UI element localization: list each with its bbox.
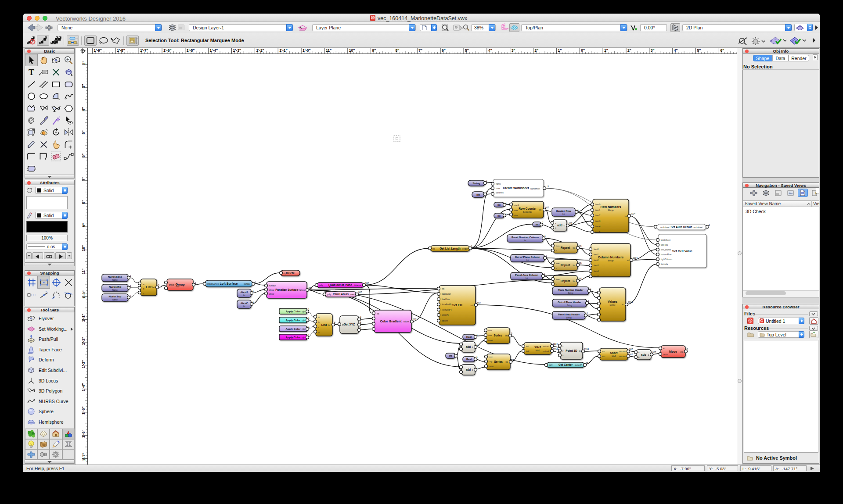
svg-text:String: String bbox=[568, 292, 573, 294]
svg-text:1'-5": 1'-5" bbox=[82, 407, 86, 415]
svg-text:4": 4" bbox=[82, 107, 86, 111]
svg-text:1'-0": 1'-0" bbox=[303, 48, 311, 53]
svg-text:poly: poly bbox=[327, 293, 331, 296]
svg-text:Panel Number Column: Panel Number Column bbox=[512, 236, 539, 239]
svg-text:item: item bbox=[556, 262, 560, 265]
svg-text:1'-3": 1'-3" bbox=[233, 48, 241, 53]
svg-text:667: 667 bbox=[309, 286, 313, 289]
svg-text:resList2: resList2 bbox=[543, 350, 549, 352]
svg-text:bottomRow: bottomRow bbox=[661, 254, 672, 256]
svg-text:Merge: Merge bbox=[608, 260, 613, 262]
svg-text:Name: Name bbox=[112, 289, 118, 291]
svg-text:Loft Surface: Loft Surface bbox=[220, 282, 238, 285]
svg-text:surface: surface bbox=[244, 283, 251, 285]
svg-text:pattern: pattern bbox=[442, 320, 448, 322]
svg-text:Repeat: Repeat bbox=[561, 264, 571, 267]
svg-text:item1: item1 bbox=[594, 254, 599, 256]
svg-text:rgb: rgb bbox=[302, 319, 305, 322]
svg-text:Column Numbers: Column Numbers bbox=[598, 256, 623, 259]
svg-text:worksheet: worksheet bbox=[530, 188, 540, 190]
svg-text:Int: Int bbox=[243, 305, 245, 307]
svg-text:divsV: divsV bbox=[269, 293, 274, 295]
svg-text:28: 28 bbox=[512, 358, 514, 361]
svg-text:Out of Plane Header: Out of Plane Header bbox=[558, 301, 581, 304]
svg-text:item: item bbox=[556, 245, 560, 247]
svg-text:Row Numbers: Row Numbers bbox=[600, 205, 621, 208]
svg-text:NurbsTop: NurbsTop bbox=[109, 295, 122, 298]
svg-text:Series: Series bbox=[494, 334, 502, 337]
svg-text:z: z bbox=[562, 354, 563, 357]
svg-text:Apply Color: Apply Color bbox=[286, 328, 301, 330]
svg-text:list: list bbox=[505, 361, 508, 363]
svg-text:1'-0": 1'-0" bbox=[82, 290, 86, 299]
svg-text:Int: Int bbox=[476, 193, 479, 196]
svg-text:list: list bbox=[625, 215, 627, 217]
svg-text:list: list bbox=[505, 335, 508, 337]
svg-text:Header Row: Header Row bbox=[556, 210, 571, 212]
svg-text:d: d bbox=[318, 332, 320, 334]
svg-text:Sequence: Sequence bbox=[523, 211, 532, 213]
svg-text:start: start bbox=[488, 329, 492, 332]
svg-text:1'-2": 1'-2" bbox=[256, 48, 264, 53]
svg-text:item2: item2 bbox=[594, 259, 599, 261]
svg-text:667: 667 bbox=[545, 206, 549, 209]
svg-text:3": 3" bbox=[512, 48, 515, 53]
svg-text:item2: item2 bbox=[595, 214, 601, 217]
svg-text:add: add bbox=[466, 345, 471, 348]
svg-text:String: String bbox=[566, 317, 571, 319]
svg-text:offset: offset bbox=[663, 354, 668, 356]
svg-text:count: count bbox=[489, 365, 494, 368]
svg-text:start: start bbox=[489, 356, 493, 358]
svg-text:item5: item5 bbox=[595, 231, 601, 233]
svg-text:centerPt: centerPt bbox=[575, 364, 583, 366]
svg-text:item4: item4 bbox=[595, 225, 601, 228]
svg-text:Repeat: Repeat bbox=[561, 279, 571, 283]
svg-text:worksheet: worksheet bbox=[693, 226, 702, 229]
svg-text:name: name bbox=[496, 183, 501, 185]
svg-text:1'-7": 1'-7" bbox=[140, 48, 148, 53]
svg-text:obj: obj bbox=[283, 272, 285, 275]
svg-text:2": 2" bbox=[627, 48, 631, 53]
svg-text:3": 3" bbox=[82, 84, 86, 88]
svg-text:a: a bbox=[318, 316, 320, 318]
svg-text:Apply Color: Apply Color bbox=[286, 310, 301, 313]
svg-text:Real: Real bbox=[466, 358, 472, 361]
svg-text:list: list bbox=[328, 324, 330, 326]
svg-text:6": 6" bbox=[82, 154, 86, 157]
svg-text:Int: Int bbox=[449, 354, 452, 357]
svg-text:1": 1" bbox=[558, 48, 562, 53]
svg-text:1'-6": 1'-6" bbox=[82, 429, 86, 438]
svg-text:10": 10" bbox=[349, 48, 355, 53]
svg-text:667: 667 bbox=[413, 318, 417, 321]
svg-text:Apply Color: Apply Color bbox=[286, 336, 301, 339]
svg-text:667: 667 bbox=[579, 244, 583, 247]
svg-text:1'-8": 1'-8" bbox=[117, 48, 125, 53]
svg-text:originPt: originPt bbox=[442, 314, 449, 316]
svg-text:foreColor: foreColor bbox=[442, 298, 450, 300]
svg-text:rgb: rgb bbox=[302, 328, 305, 330]
svg-text:7": 7" bbox=[418, 48, 422, 53]
svg-text:Get XYZ: Get XYZ bbox=[344, 323, 355, 326]
svg-text:add: add bbox=[557, 224, 562, 227]
svg-text:Point 3D: Point 3D bbox=[566, 349, 577, 352]
svg-text:4": 4" bbox=[488, 48, 492, 53]
svg-text:667: 667 bbox=[629, 348, 633, 350]
svg-text:objs: objs bbox=[176, 286, 180, 288]
svg-text:count: count bbox=[488, 339, 494, 341]
svg-text:667: 667 bbox=[477, 301, 481, 304]
svg-text:1334: 1334 bbox=[584, 348, 589, 350]
svg-text:Int: Int bbox=[536, 223, 539, 226]
svg-text:Int: Int bbox=[497, 214, 501, 217]
svg-text:obj: obj bbox=[471, 304, 473, 307]
svg-text:list: list bbox=[152, 286, 155, 289]
svg-text:List: List bbox=[146, 286, 151, 289]
svg-text:2": 2" bbox=[82, 61, 86, 65]
svg-text:Move: Move bbox=[669, 350, 677, 353]
svg-text:item: item bbox=[556, 278, 560, 280]
svg-text:1'-6": 1'-6" bbox=[163, 48, 172, 53]
svg-text:step: step bbox=[489, 361, 493, 363]
svg-text:list: list bbox=[622, 304, 625, 306]
svg-text:resList2: resList2 bbox=[619, 355, 626, 357]
svg-text:Merge: Merge bbox=[608, 209, 613, 211]
svg-text:667: 667 bbox=[586, 361, 590, 364]
